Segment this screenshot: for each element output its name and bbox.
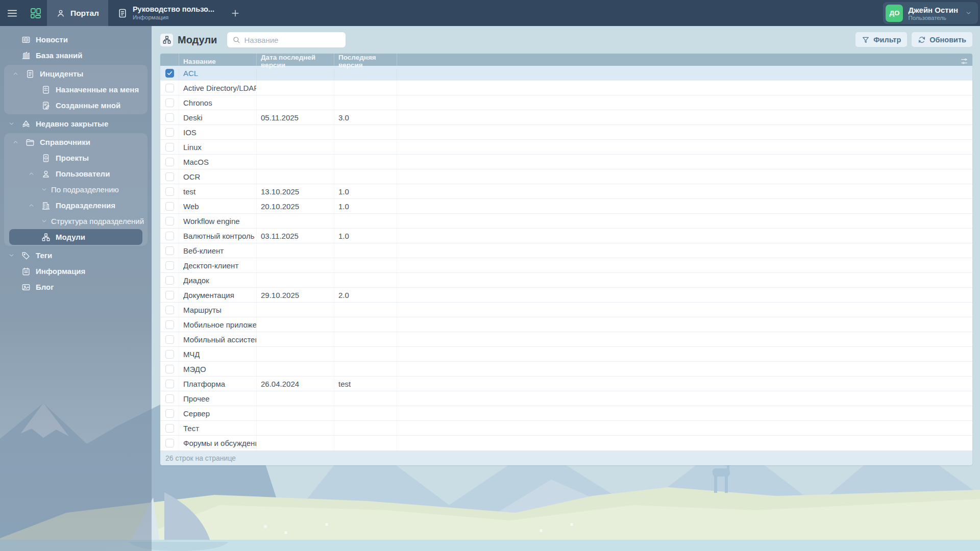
checkbox-unchecked[interactable] [165, 172, 174, 181]
table-row[interactable]: МЧД [160, 347, 972, 362]
module-name-cell[interactable]: МЧД [179, 347, 257, 361]
checkbox-unchecked[interactable] [165, 350, 174, 359]
checkbox-unchecked[interactable] [165, 320, 174, 329]
checkbox-unchecked[interactable] [165, 424, 174, 433]
module-name-cell[interactable]: Прочее [179, 391, 257, 406]
table-row[interactable]: Deski05.11.20253.0 [160, 110, 972, 125]
checkbox-unchecked[interactable] [165, 187, 174, 196]
table-row[interactable]: Форумы и обсуждения [160, 436, 972, 450]
module-name-cell[interactable]: МЭДО [179, 362, 257, 376]
sidebar-item-13[interactable]: Теги [0, 247, 152, 263]
table-row[interactable]: OCR [160, 169, 972, 184]
table-row[interactable]: Мобильное приложение [160, 317, 972, 332]
module-name-cell[interactable]: Валютный контроль [179, 229, 257, 243]
checkbox-unchecked[interactable] [165, 84, 174, 92]
table-row[interactable]: MacOS [160, 155, 972, 169]
sidebar-item-15[interactable]: Блог [0, 279, 152, 295]
table-row[interactable]: Chronos [160, 95, 972, 110]
module-name-cell[interactable]: Маршруты [179, 303, 257, 317]
checkbox-unchecked[interactable] [165, 409, 174, 418]
chevron-down-icon[interactable] [7, 252, 15, 259]
sidebar-item-8[interactable]: Пользователи [4, 166, 148, 182]
checkbox-unchecked[interactable] [165, 394, 174, 403]
sidebar-item-7[interactable]: Проекты [4, 150, 148, 166]
module-name-cell[interactable]: Платформа [179, 377, 257, 391]
table-row[interactable]: Диадок [160, 273, 972, 288]
sidebar-item-5[interactable]: Недавно закрытые [0, 116, 152, 132]
module-name-cell[interactable]: Форумы и обсуждения [179, 436, 257, 450]
module-name-cell[interactable]: IOS [179, 125, 257, 139]
module-name-cell[interactable]: Веб-клиент [179, 243, 257, 258]
table-row[interactable]: Мобильный ассистент [160, 332, 972, 347]
checkbox-unchecked[interactable] [165, 365, 174, 373]
sidebar-item-3[interactable]: Назначенные на меня [4, 82, 148, 97]
table-row[interactable]: Web20.10.20251.0 [160, 199, 972, 214]
sidebar-item-14[interactable]: Информация [0, 263, 152, 279]
module-name-cell[interactable]: Workflow engine [179, 214, 257, 228]
table-row[interactable]: Валютный контроль03.11.20251.0 [160, 229, 972, 243]
tab-user-guide[interactable]: Руководство пользо... Информация [108, 0, 224, 26]
table-row[interactable]: Документация29.10.20252.0 [160, 288, 972, 303]
chevron-up-icon[interactable] [27, 202, 35, 209]
checkbox-unchecked[interactable] [165, 158, 174, 166]
menu-icon[interactable] [0, 0, 24, 26]
refresh-button[interactable]: Обновить [912, 32, 972, 47]
checkbox-unchecked[interactable] [165, 306, 174, 314]
table-row[interactable]: Десктоп-клиент [160, 258, 972, 273]
checkbox-unchecked[interactable] [165, 232, 174, 240]
sidebar-item-2[interactable]: Инциденты [4, 66, 148, 82]
module-name-cell[interactable]: Документация [179, 288, 257, 302]
column-header-version[interactable]: Последняя версия [334, 54, 397, 69]
search-input[interactable] [244, 36, 346, 44]
module-name-cell[interactable]: Chronos [179, 95, 257, 110]
table-row[interactable]: Тест [160, 421, 972, 436]
column-header-date[interactable]: Дата последней версии [257, 54, 334, 69]
chevron-down-icon[interactable] [40, 186, 48, 193]
chevron-down-icon[interactable] [40, 218, 48, 224]
sidebar-item-10[interactable]: Подразделения [4, 197, 148, 213]
module-name-cell[interactable]: Десктоп-клиент [179, 258, 257, 272]
module-name-cell[interactable]: Linux [179, 140, 257, 154]
checkbox-unchecked[interactable] [165, 261, 174, 270]
chevron-down-icon[interactable] [7, 120, 15, 127]
plus-icon[interactable] [224, 0, 247, 26]
checkbox-unchecked[interactable] [165, 217, 174, 226]
sidebar-item-0[interactable]: Новости [0, 32, 152, 47]
module-name-cell[interactable]: Диадок [179, 273, 257, 287]
checkbox-unchecked[interactable] [165, 246, 174, 255]
table-row[interactable]: Active Directory/LDAP [160, 81, 972, 95]
checkbox-checked[interactable] [165, 69, 174, 78]
table-row[interactable]: Прочее [160, 391, 972, 406]
module-name-cell[interactable]: Active Directory/LDAP [179, 81, 257, 95]
column-header-name[interactable]: Название [179, 54, 257, 69]
table-row[interactable]: Маршруты [160, 303, 972, 317]
module-name-cell[interactable]: MacOS [179, 155, 257, 169]
table-row[interactable]: IOS [160, 125, 972, 140]
table-row[interactable]: МЭДО [160, 362, 972, 377]
module-name-cell[interactable]: Deski [179, 110, 257, 124]
table-row[interactable]: Веб-клиент [160, 243, 972, 258]
sidebar-item-12[interactable]: Модули [9, 229, 142, 245]
sidebar-item-11[interactable]: Структура подразделений [4, 213, 148, 229]
checkbox-unchecked[interactable] [165, 202, 174, 211]
checkbox-unchecked[interactable] [165, 276, 174, 285]
user-menu[interactable]: ДО Джейн Остин Пользователь [883, 2, 978, 24]
module-name-cell[interactable]: test [179, 184, 257, 198]
checkbox-unchecked[interactable] [165, 128, 174, 137]
checkbox-unchecked[interactable] [165, 335, 174, 344]
column-settings-icon[interactable] [960, 54, 968, 69]
module-name-cell[interactable]: Тест [179, 421, 257, 435]
table-row[interactable]: Сервер [160, 406, 972, 421]
checkbox-unchecked[interactable] [165, 143, 174, 152]
checkbox-unchecked[interactable] [165, 291, 174, 299]
module-name-cell[interactable]: Мобильный ассистент [179, 332, 257, 346]
filter-button[interactable]: Фильтр [855, 32, 907, 47]
table-row[interactable]: Платформа26.04.2024test [160, 377, 972, 391]
module-name-cell[interactable]: Сервер [179, 406, 257, 420]
sidebar-item-4[interactable]: Созданные мной [4, 97, 148, 113]
checkbox-unchecked[interactable] [165, 113, 174, 122]
module-name-cell[interactable]: Мобильное приложение [179, 317, 257, 332]
table-row[interactable]: Workflow engine [160, 214, 972, 229]
sidebar-item-1[interactable]: База знаний [0, 47, 152, 63]
module-name-cell[interactable]: Web [179, 199, 257, 213]
